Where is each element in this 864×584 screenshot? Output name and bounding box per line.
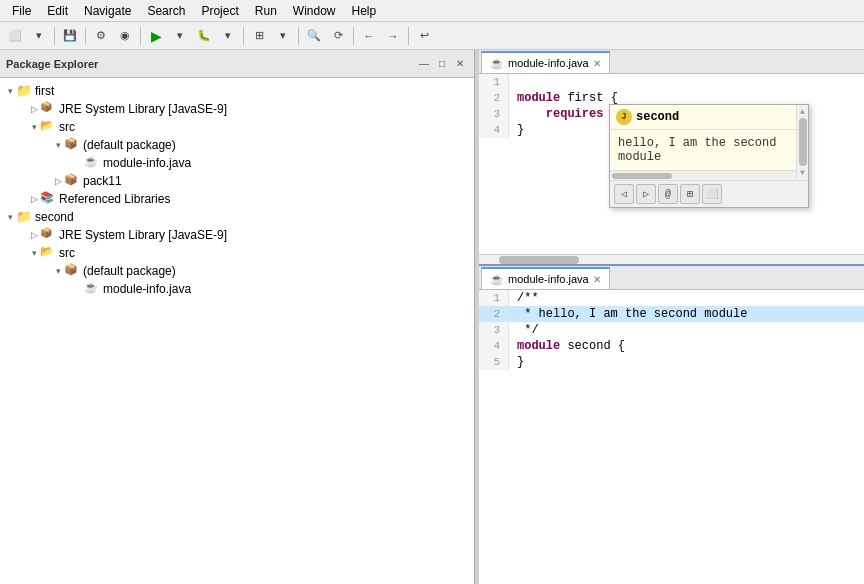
popup-hscroll[interactable] — [610, 170, 808, 180]
editor-tab-module-info[interactable]: ☕ module-info.java ✕ — [481, 51, 610, 73]
menu-run[interactable]: Run — [247, 2, 285, 20]
tree-item-jre-second[interactable]: ▷ 📦 JRE System Library [JavaSE-9] — [0, 226, 474, 244]
tb-sep4 — [243, 27, 244, 45]
bottom-tab-java-icon: ☕ — [490, 273, 504, 286]
popup-footer: ◁ ▷ @ ⊞ ⬜ — [610, 180, 808, 207]
menu-search[interactable]: Search — [139, 2, 193, 20]
menu-navigate[interactable]: Navigate — [76, 2, 139, 20]
bottom-line-num-4: 4 — [479, 338, 509, 354]
tb-coverage-dropdown-btn[interactable]: ▾ — [272, 25, 294, 47]
editor-panel: ☕ module-info.java ✕ 1 2 module first { — [479, 50, 864, 584]
menu-project[interactable]: Project — [193, 2, 246, 20]
bottom-line-num-5: 5 — [479, 354, 509, 370]
arrow-module-second — [72, 284, 84, 294]
popup-vscroll[interactable]: ▲ ▼ — [796, 105, 808, 179]
folder-icon-second: 📁 — [16, 209, 32, 225]
menu-help[interactable]: Help — [344, 2, 385, 20]
tree-item-module-info-first[interactable]: ☕ module-info.java — [0, 154, 474, 172]
tree-item-second[interactable]: ▾ 📁 second — [0, 208, 474, 226]
ref-libraries-label: Referenced Libraries — [59, 192, 170, 206]
bottom-tab-close-btn[interactable]: ✕ — [593, 274, 601, 285]
arrow-ref-libs: ▷ — [28, 194, 40, 204]
kw-module: module — [517, 91, 560, 105]
tb-sep1 — [54, 27, 55, 45]
module-info-first-label: module-info.java — [103, 156, 191, 170]
tb-coverage-btn[interactable]: ⊞ — [248, 25, 270, 47]
pack11-icon: 📦 — [64, 173, 80, 189]
package-explorer-title: Package Explorer — [6, 58, 414, 70]
tab-java-icon: ☕ — [490, 57, 504, 70]
popup-forward-btn[interactable]: ▷ — [636, 184, 656, 204]
tree-item-default-pkg-second[interactable]: ▾ 📦 (default package) — [0, 262, 474, 280]
package-explorer-tree: ▾ 📁 first ▷ 📦 JRE System Library [JavaSE… — [0, 78, 474, 584]
bottom-tabs: ☕ module-info.java ✕ — [479, 266, 864, 290]
tb-next-btn[interactable]: → — [382, 25, 404, 47]
popup-at-btn[interactable]: @ — [658, 184, 678, 204]
menu-file[interactable]: File — [4, 2, 39, 20]
tab-module-info-label: module-info.java — [508, 57, 589, 69]
tree-item-first[interactable]: ▾ 📁 first — [0, 82, 474, 100]
tree-item-default-pkg-first[interactable]: ▾ 📦 (default package) — [0, 136, 474, 154]
jre-first-label: JRE System Library [JavaSE-9] — [59, 102, 227, 116]
tree-item-pack11[interactable]: ▷ 📦 pack11 — [0, 172, 474, 190]
arrow-src-first: ▾ — [28, 122, 40, 132]
tab-close-btn[interactable]: ✕ — [593, 58, 601, 69]
popup-scroll-area[interactable]: hello, I am the second module — [610, 130, 808, 170]
tree-item-module-info-second[interactable]: ☕ module-info.java — [0, 280, 474, 298]
tree-item-jre-first[interactable]: ▷ 📦 JRE System Library [JavaSE-9] — [0, 100, 474, 118]
bottom-code-line-4: 4 module second { — [479, 338, 864, 354]
module-info-second-label: module-info.java — [103, 282, 191, 296]
pkg-maximize-btn[interactable]: □ — [434, 56, 450, 72]
bottom-line-content-4: module second { — [509, 338, 625, 354]
bottom-tab-module-info[interactable]: ☕ module-info.java ✕ — [481, 267, 610, 289]
tb-sep5 — [298, 27, 299, 45]
popup-scroll-thumb-v — [799, 118, 807, 166]
pkg-close-btn[interactable]: ✕ — [452, 56, 468, 72]
tree-item-ref-libraries[interactable]: ▷ 📚 Referenced Libraries — [0, 190, 474, 208]
default-pkg-second-label: (default package) — [83, 264, 176, 278]
bottom-code-line-1: 1 /** — [479, 290, 864, 306]
bottom-code-line-3: 3 */ — [479, 322, 864, 338]
tb-sep3 — [140, 27, 141, 45]
tb-refresh-btn[interactable]: ⟳ — [327, 25, 349, 47]
tb-sep7 — [408, 27, 409, 45]
tb-run-dropdown-btn[interactable]: ▾ — [169, 25, 191, 47]
tb-search-btn[interactable]: 🔍 — [303, 25, 325, 47]
arrow-jre-first: ▷ — [28, 104, 40, 114]
popup-back-btn[interactable]: ◁ — [614, 184, 634, 204]
hover-popup: J second hello, I am the second module ◁… — [609, 104, 809, 208]
tb-dropdown-btn[interactable]: ▾ — [28, 25, 50, 47]
code-line-1: 1 — [479, 74, 864, 90]
src-icon-second: 📂 — [40, 245, 56, 261]
tree-item-src-second[interactable]: ▾ 📂 src — [0, 244, 474, 262]
tree-item-src-first[interactable]: ▾ 📂 src — [0, 118, 474, 136]
popup-expand-btn[interactable]: ⬜ — [702, 184, 722, 204]
java-icon-second: ☕ — [84, 281, 100, 297]
arrow-first: ▾ — [4, 86, 16, 96]
bottom-code-area[interactable]: 1 /** 2 * hello, I am the second module … — [479, 290, 864, 424]
popup-icon-label: J — [621, 112, 626, 122]
popup-grid-btn[interactable]: ⊞ — [680, 184, 700, 204]
tb-debug-dropdown-btn[interactable]: ▾ — [217, 25, 239, 47]
tb-save-btn[interactable]: 💾 — [59, 25, 81, 47]
popup-title: second — [636, 110, 679, 124]
popup-scroll-down[interactable]: ▼ — [800, 168, 805, 177]
editor-hscrollbar-top[interactable] — [479, 254, 864, 264]
menu-edit[interactable]: Edit — [39, 2, 76, 20]
tb-forward-btn[interactable]: ◉ — [114, 25, 136, 47]
package-explorer-header: Package Explorer — □ ✕ — [0, 50, 474, 78]
tb-debug-btn[interactable]: 🐛 — [193, 25, 215, 47]
tb-prev-btn[interactable]: ← — [358, 25, 380, 47]
ref-lib-icon: 📚 — [40, 191, 56, 207]
editor-hscroll-thumb-top[interactable] — [499, 256, 579, 264]
editor-code-area-top[interactable]: 1 2 module first { 3 requires second; — [479, 74, 864, 254]
popup-scroll-up[interactable]: ▲ — [800, 107, 805, 116]
pkg-minimize-btn[interactable]: — — [416, 56, 432, 72]
tb-last-edit-btn[interactable]: ↩ — [413, 25, 435, 47]
tb-back-btn[interactable]: ⚙ — [90, 25, 112, 47]
tb-new-btn[interactable]: ⬜ — [4, 25, 26, 47]
second-project-label: second — [35, 210, 74, 224]
menu-window[interactable]: Window — [285, 2, 344, 20]
bottom-line-num-1: 1 — [479, 290, 509, 306]
tb-run-btn[interactable]: ▶ — [145, 25, 167, 47]
